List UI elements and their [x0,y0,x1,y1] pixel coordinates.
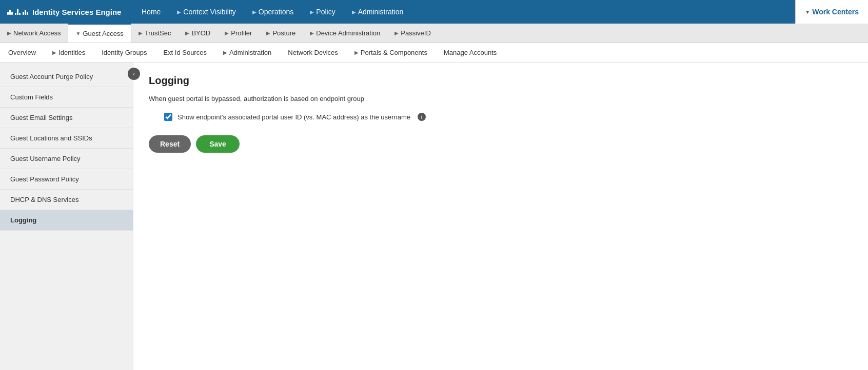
sidebar-item-guest-password-policy[interactable]: Guest Password Policy [0,169,133,190]
arrow-icon: ▶ [266,30,270,36]
sidebar-item-guest-username-policy[interactable]: Guest Username Policy [0,149,133,169]
top-nav-items: Home ▶ Context Visibility ▶ Operations ▶… [133,0,795,24]
top-nav-context-visibility[interactable]: ▶ Context Visibility [169,0,244,24]
main-content: ‹ Guest Account Purge Policy Custom Fiel… [0,63,868,370]
brand-title: Identity Services Engine [32,8,121,16]
sidebar-item-list: Guest Account Purge Policy Custom Fields… [0,63,133,235]
second-nav-byod[interactable]: ▶ BYOD [178,24,218,43]
sidebar-item-guest-locations-ssids[interactable]: Guest Locations and SSIDs [0,128,133,149]
top-nav-administration[interactable]: ▶ Administration [344,0,412,24]
sidebar: ‹ Guest Account Purge Policy Custom Fiel… [0,63,133,370]
arrow-icon: ▶ [352,9,356,15]
arrow-icon: ▶ [7,30,11,36]
sidebar-item-custom-fields[interactable]: Custom Fields [0,87,133,108]
arrow-icon: ▶ [252,9,257,15]
sidebar-item-guest-account-purge-policy[interactable]: Guest Account Purge Policy [0,67,133,87]
content-description: When guest portal is bypassed, authoriza… [149,95,853,102]
top-nav-home[interactable]: Home [133,0,169,24]
checkbox-row: Show endpoint's associated portal user I… [164,113,853,121]
reset-button[interactable]: Reset [149,135,191,153]
third-nav-portals-components[interactable]: ▶ Portals & Components [346,43,436,62]
info-icon[interactable]: i [418,113,426,121]
top-nav-operations[interactable]: ▶ Operations [244,0,302,24]
sidebar-item-logging[interactable]: Logging [0,210,133,231]
arrow-icon: ▶ [52,50,56,55]
third-nav-administration[interactable]: ▶ Administration [215,43,280,62]
third-nav-identity-groups[interactable]: Identity Groups [93,43,155,62]
brand: Identity Services Engine [0,0,133,24]
second-nav-posture[interactable]: ▶ Posture [259,24,303,43]
third-nav-ext-id-sources[interactable]: Ext Id Sources [155,43,215,62]
arrow-icon: ▶ [223,50,227,55]
third-nav-identities[interactable]: ▶ Identities [44,43,93,62]
arrow-icon: ▶ [394,30,399,36]
checkbox-label[interactable]: Show endpoint's associated portal user I… [177,113,410,121]
third-nav-manage-accounts[interactable]: Manage Accounts [436,43,505,62]
second-nav-trustsec[interactable]: ▶ TrustSec [131,24,179,43]
second-nav-network-access[interactable]: ▶ Network Access [0,24,68,43]
page-title: Logging [149,75,853,87]
arrow-icon: ▶ [139,30,143,36]
cisco-logo-icon [7,9,28,15]
second-nav-device-admin[interactable]: ▶ Device Administration [303,24,387,43]
second-nav-passiveid[interactable]: ▶ PassiveID [387,24,438,43]
arrow-icon: ▶ [310,9,314,15]
arrow-icon: ▶ [354,50,359,55]
third-nav-network-devices[interactable]: Network Devices [280,43,346,62]
sidebar-item-guest-email-settings[interactable]: Guest Email Settings [0,108,133,128]
top-nav: Identity Services Engine Home ▶ Context … [0,0,868,24]
third-nav-overview[interactable]: Overview [0,43,44,62]
dropdown-arrow-icon: ▼ [805,9,810,15]
arrow-icon: ▶ [225,30,229,36]
show-endpoint-checkbox[interactable] [164,113,172,121]
save-button[interactable]: Save [196,135,240,153]
second-nav-profiler[interactable]: ▶ Profiler [218,24,259,43]
third-nav: Overview ▶ Identities Identity Groups Ex… [0,43,868,63]
button-row: Reset Save [149,135,853,153]
arrow-icon: ▶ [177,9,181,15]
second-nav-guest-access[interactable]: ▼ Guest Access [68,24,131,43]
top-nav-policy[interactable]: ▶ Policy [302,0,343,24]
sidebar-item-dhcp-dns-services[interactable]: DHCP & DNS Services [0,190,133,210]
arrow-icon: ▶ [310,30,314,36]
second-nav: ▶ Network Access ▼ Guest Access ▶ TrustS… [0,24,868,43]
top-nav-work-centers[interactable]: ▼ Work Centers [795,0,868,24]
arrow-icon: ▶ [185,30,189,36]
content-panel: Logging When guest portal is bypassed, a… [133,63,868,370]
arrow-icon: ▼ [75,31,81,36]
sidebar-toggle-button[interactable]: ‹ [128,68,140,80]
